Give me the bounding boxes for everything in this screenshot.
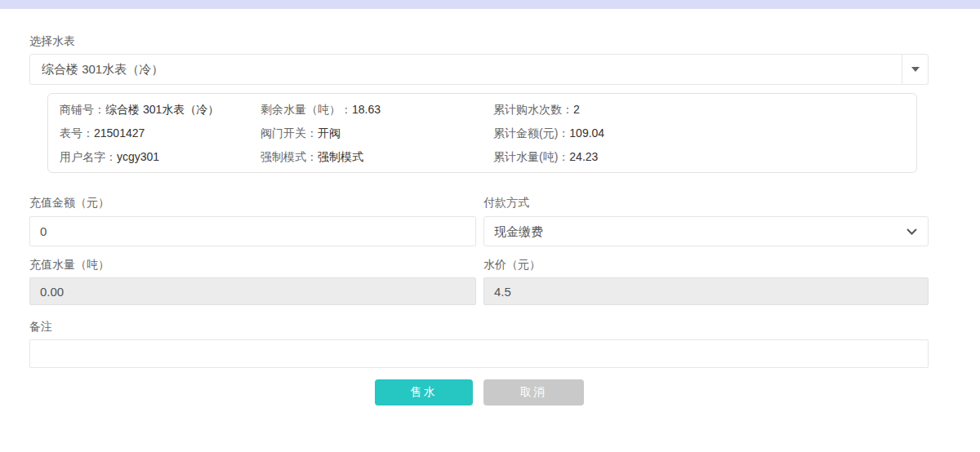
- recharge-volume-input: [29, 277, 476, 305]
- recharge-amount-input[interactable]: [29, 216, 476, 246]
- meter-select[interactable]: 综合楼 301水表（冷）: [29, 54, 929, 85]
- info-user-name: 用户名字：ycgy301: [60, 150, 261, 165]
- sell-water-form: 选择水表 综合楼 301水表（冷） 商铺号：综合楼 301水表（冷） 剩余水量（…: [29, 34, 929, 405]
- sell-water-button[interactable]: 售水: [375, 379, 473, 405]
- info-shop-number: 商铺号：综合楼 301水表（冷）: [60, 103, 261, 117]
- cancel-button[interactable]: 取消: [483, 379, 584, 405]
- info-total-water: 累计水量(吨)：24.23: [493, 150, 916, 165]
- meter-select-toggle[interactable]: [902, 54, 929, 85]
- remark-input[interactable]: [29, 339, 929, 368]
- info-remaining-water: 剩余水量（吨）：18.63: [261, 103, 493, 117]
- info-purchase-count: 累计购水次数：2: [493, 103, 916, 117]
- payment-method-select[interactable]: 现金缴费: [483, 216, 929, 246]
- meter-info-panel: 商铺号：综合楼 301水表（冷） 剩余水量（吨）：18.63 累计购水次数：2 …: [47, 93, 917, 173]
- chevron-down-icon: [906, 228, 917, 236]
- payment-method-value: 现金缴费: [494, 224, 543, 238]
- top-accent-bar: [0, 0, 980, 9]
- remark-label: 备注: [29, 320, 929, 333]
- info-valve-state: 阀门开关：开阀: [261, 126, 493, 141]
- water-price-input: [483, 277, 929, 305]
- info-meter-number: 表号：21501427: [60, 126, 261, 141]
- caret-down-icon: [911, 67, 920, 72]
- water-price-label: 水价（元）: [483, 258, 929, 271]
- recharge-amount-label: 充值金额（元）: [29, 196, 476, 209]
- meter-select-label: 选择水表: [29, 34, 929, 47]
- payment-method-label: 付款方式: [483, 196, 929, 209]
- recharge-volume-label: 充值水量（吨）: [29, 258, 476, 271]
- meter-select-value[interactable]: 综合楼 301水表（冷）: [29, 54, 902, 85]
- info-total-amount: 累计金额(元)：109.04: [493, 126, 916, 141]
- info-force-mode: 强制模式：强制模式: [261, 150, 493, 165]
